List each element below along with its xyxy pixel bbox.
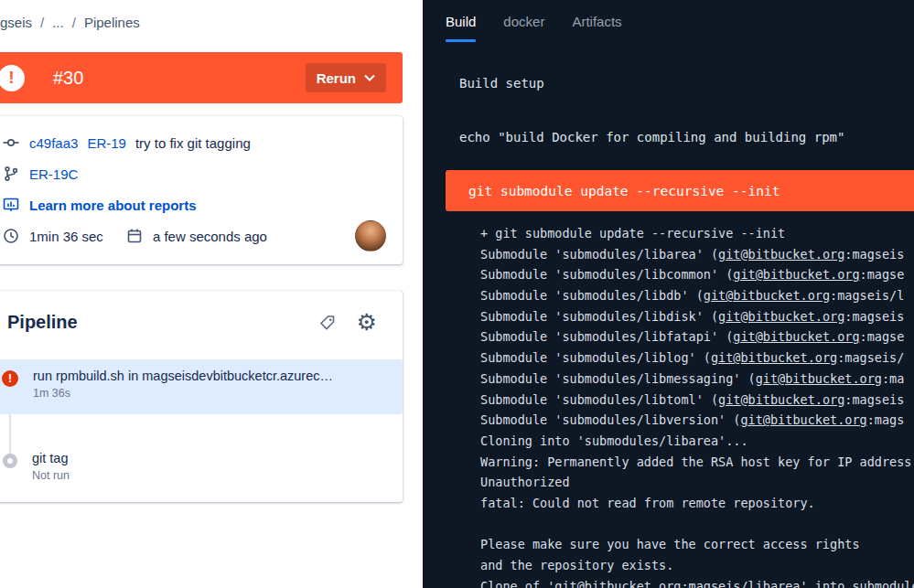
log-line: Submodule 'submodules/libmessaging' (git… [480,369,914,390]
pipeline-card: Pipeline ⚙ ! run rpmbuild.sh in magseisd… [0,291,403,502]
reports-row: Learn more about reports [2,189,386,220]
bitbucket-host-link[interactable]: git@bitbucket.org [718,309,844,324]
build-duration: 1min 36 sec [29,229,103,244]
commit-message: try to fix git tagging [135,135,251,151]
log-line: fatal: Could not read from remote reposi… [480,493,914,514]
rerun-button[interactable]: Rerun [306,63,386,92]
step-error-icon: ! [2,370,18,387]
log-line: Submodule 'submodules/libversion' (git@b… [480,410,914,431]
bitbucket-host-link[interactable]: git@bitbucket.org [711,350,837,365]
echo-command-section[interactable]: echo "build Docker for compiling and bui… [423,130,914,144]
step-pending-icon [3,454,17,468]
rerun-label: Rerun [317,70,356,86]
log-line: Submodule 'submodules/libarea' (git@bitb… [480,244,914,265]
step-duration: 1m 36s [33,387,333,400]
breadcrumb-separator: / [40,15,44,30]
learn-more-reports-link[interactable]: Learn more about reports [29,198,197,213]
meta-row: 1min 36 sec a few seconds ago [2,220,386,251]
gear-icon[interactable]: ⚙ [357,311,377,334]
log-line: Submodule 'submodules/libfatapi' (git@bi… [480,326,914,347]
bitbucket-host-link[interactable]: git@bitbucket.org [554,579,681,588]
breadcrumb-separator: / [72,15,76,30]
avatar [355,220,386,251]
tag-icon[interactable] [318,314,337,332]
commit-info-card: c49faa3 ER-19 try to fix git tagging ER-… [0,116,403,264]
tab-build[interactable]: Build [446,0,476,42]
log-line: and the repository exists. [480,555,914,576]
commit-row: c49faa3 ER-19 try to fix git tagging [2,127,386,158]
log-line: Submodule 'submodules/libdisk' (git@bitb… [480,306,914,327]
log-line [480,514,914,535]
build-log-panel: Build docker Artifacts Build setup echo … [423,0,914,588]
log-line: Unauthorized [480,472,914,493]
error-icon: ! [0,65,25,91]
report-icon [2,197,20,213]
log-line: Warning: Permanently added the RSA host … [480,452,914,473]
bitbucket-host-link[interactable]: git@bitbucket.org [733,329,859,344]
step-title: run rpmbuild.sh in magseisdevbitbucketcr… [33,369,333,383]
pipelines-page: gseis / ... / Pipelines ! #30 Rerun [0,0,914,588]
commit-hash-link[interactable]: c49faa3 [29,135,78,151]
pipeline-steps: ! run rpmbuild.sh in magseisdevbitbucket… [0,359,403,487]
failed-command-bar[interactable]: git submodule update --recursive --init [446,170,914,211]
bitbucket-host-link[interactable]: git@bitbucket.org [733,267,859,282]
chevron-down-icon [364,74,375,81]
step-status-text: Not run [32,469,70,482]
log-line: Submodule 'submodules/liblog' (git@bitbu… [480,347,914,369]
log-line: Please make sure you have the correct ac… [480,534,914,555]
log-line: Submodule 'submodules/libdb' (git@bitbuc… [480,285,914,306]
bitbucket-host-link[interactable]: git@bitbucket.org [756,371,882,386]
pipeline-header: Pipeline ⚙ [0,291,403,334]
log-line: Clone of 'git@bitbucket.org:magseis/liba… [480,576,914,588]
branch-icon [2,166,20,182]
bitbucket-host-link[interactable]: git@bitbucket.org [718,392,844,407]
breadcrumb-pipelines[interactable]: Pipelines [84,15,140,30]
breadcrumb-ellipsis[interactable]: ... [52,15,64,30]
log-output: + git submodule update --recursive --ini… [423,223,914,588]
bitbucket-host-link[interactable]: git@bitbucket.org [740,412,866,427]
branch-link[interactable]: ER-19C [29,166,78,182]
breadcrumb: gseis / ... / Pipelines [0,15,140,30]
calendar-icon [125,228,144,244]
bitbucket-host-link[interactable]: git@bitbucket.org [704,288,830,303]
breadcrumb-repo[interactable]: gseis [0,15,32,30]
log-line: + git submodule update --recursive --ini… [480,223,914,244]
log-line: Submodule 'submodules/libtoml' (git@bitb… [480,390,914,411]
time-ago: a few seconds ago [153,229,267,244]
pipeline-summary-panel: gseis / ... / Pipelines ! #30 Rerun [0,0,423,588]
commit-icon [2,134,20,151]
pipeline-step-not-run[interactable]: git tag Not run [0,438,403,487]
branch-row: ER-19C [2,158,386,189]
clock-icon [2,228,20,244]
pipeline-title: Pipeline [7,312,78,333]
log-line: Cloning into 'submodules/libarea'... [480,431,914,452]
issue-key-link[interactable]: ER-19 [87,135,126,151]
log-line: Submodule 'submodules/libcommon' (git@bi… [480,264,914,285]
bitbucket-host-link[interactable]: git@bitbucket.org [718,247,844,262]
pipeline-step-failed[interactable]: ! run rpmbuild.sh in magseisdevbitbucket… [0,359,403,414]
log-tab-bar: Build docker Artifacts [423,0,914,42]
tab-docker[interactable]: docker [503,0,544,42]
build-number: #30 [53,68,83,89]
tab-artifacts[interactable]: Artifacts [572,0,621,42]
step-title: git tag [32,451,70,465]
build-setup-section[interactable]: Build setup [423,76,914,91]
build-failed-banner: ! #30 Rerun [0,52,403,103]
